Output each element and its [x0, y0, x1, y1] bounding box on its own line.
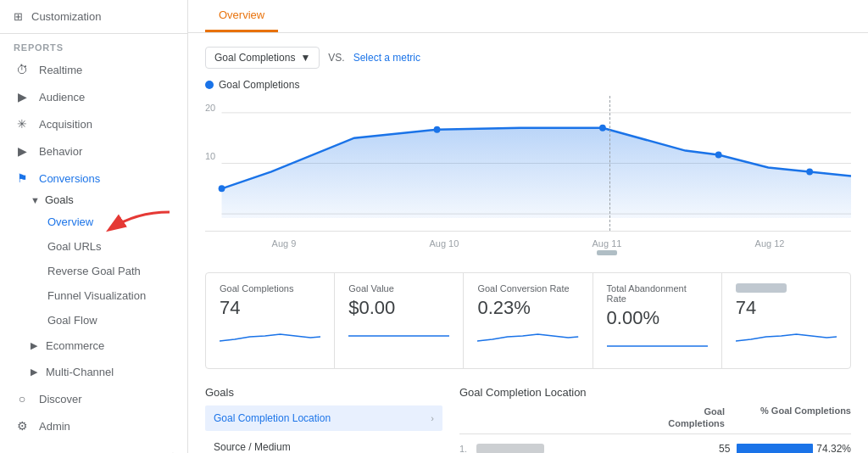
x-label-aug10: Aug 10: [429, 238, 459, 255]
stat-label: Goal Completions: [220, 283, 320, 294]
goals-section-title: Goals: [205, 386, 442, 399]
chevron-right-icon2: ▶: [31, 366, 37, 378]
chart-point: [434, 126, 441, 133]
table-row: 1. 55 74.32%: [459, 438, 851, 453]
chart-point: [715, 152, 722, 159]
acquisition-icon: ✳: [14, 117, 31, 131]
bottom-section: Goals Goal Completion Location › Source …: [205, 386, 851, 453]
customization-nav-item[interactable]: ⊞ Customization: [0, 0, 187, 34]
stat-label: [736, 283, 837, 294]
sidebar-item-goal-flow[interactable]: Goal Flow: [0, 308, 187, 333]
customization-label: Customization: [31, 10, 101, 23]
admin-icon: ⚙: [14, 419, 31, 433]
sidebar-item-overview[interactable]: Overview: [0, 210, 187, 234]
stat-label: Goal Conversion Rate: [477, 283, 578, 294]
sidebar-item-label: Realtime: [39, 64, 82, 76]
sidebar-item-label: Discover: [39, 393, 82, 405]
mini-chart: [348, 324, 449, 348]
sidebar-item-realtime[interactable]: ⏱ Realtime: [0, 56, 187, 83]
mini-chart: [736, 324, 837, 348]
sidebar-item-discover[interactable]: ○ Discover: [0, 385, 187, 412]
mini-chart: [220, 324, 320, 348]
sidebar-item-goals[interactable]: ▼ Goals: [0, 188, 187, 210]
sidebar-item-label: Admin: [39, 420, 70, 433]
date-selector-aug11: [597, 250, 617, 255]
sidebar-item-label: Acquisition: [39, 118, 92, 131]
vs-label: VS.: [328, 52, 344, 64]
metric-dropdown[interactable]: Goal Completions ▼: [205, 47, 320, 69]
stat-value: 74: [736, 297, 837, 319]
conversions-icon: ⚑: [14, 171, 31, 185]
col-location-header: [459, 405, 649, 430]
chevron-right-icon: ▶: [31, 340, 37, 351]
stat-goal-conversion-rate: Goal Conversion Rate 0.23%: [464, 273, 593, 368]
x-label-aug11: Aug 11: [593, 238, 622, 255]
table-header: Goal Completion Location: [459, 386, 851, 399]
sidebar-item-acquisition[interactable]: ✳ Acquisition: [0, 110, 187, 137]
stat-label: Goal Value: [348, 283, 449, 294]
sidebar-item-label: Conversions: [39, 172, 100, 185]
sidebar-item-multi-channel[interactable]: ▶ Multi-Channel: [0, 359, 187, 385]
tab-bar: Overview: [188, 0, 868, 33]
sidebar-item-behavior[interactable]: ▶ Behavior: [0, 137, 187, 165]
content-area: Goal Completions ▼ VS. Select a metric G…: [188, 33, 868, 453]
stat-value: 0.00%: [607, 307, 708, 329]
bar-chart-fill: [737, 444, 813, 453]
chart-point: [599, 125, 606, 131]
sidebar-item-audience[interactable]: ▶ Audience: [0, 83, 187, 110]
chart-point: [806, 168, 813, 175]
chart-legend: Goal Completions: [205, 79, 851, 91]
stat-blurred: 74: [722, 273, 850, 368]
row-location: [476, 444, 658, 453]
sidebar-item-label: Audience: [39, 91, 85, 103]
sidebar-item-goal-urls[interactable]: Goal URLs: [0, 234, 187, 259]
row-pct-cell: 74.32%: [730, 443, 851, 453]
sidebar-item-admin[interactable]: ⚙ Admin: [0, 412, 187, 439]
discover-icon: ○: [14, 392, 31, 405]
chart-controls: Goal Completions ▼ VS. Select a metric: [205, 47, 851, 69]
sidebar-item-label: Behavior: [39, 145, 82, 158]
goals-label: Goals: [45, 193, 74, 206]
table-columns: GoalCompletions % Goal Completions: [459, 405, 851, 434]
legend-dot-icon: [205, 81, 214, 89]
pct-text: 74.32%: [816, 443, 851, 453]
col-pct-header: % Goal Completions: [725, 405, 851, 430]
audience-icon: ▶: [14, 90, 31, 103]
stat-goal-completions: Goal Completions 74: [206, 273, 335, 368]
sidebar-item-conversions[interactable]: ⚑ Conversions: [0, 165, 187, 188]
goal-item-label: Source / Medium: [214, 441, 291, 453]
sidebar-collapse-button[interactable]: ‹: [0, 439, 187, 453]
stat-value: $0.00: [348, 297, 449, 319]
behavior-icon: ▶: [14, 144, 31, 158]
x-label-aug12: Aug 12: [755, 238, 785, 255]
sidebar-item-reverse-goal-path[interactable]: Reverse Goal Path: [0, 259, 187, 283]
col-completions-header: GoalCompletions: [649, 405, 725, 430]
sidebar-item-ecommerce[interactable]: ▶ Ecommerce: [0, 333, 187, 359]
main-content: Overview Goal Completions ▼ VS. Select a…: [188, 0, 868, 453]
select-metric-link[interactable]: Select a metric: [353, 52, 420, 64]
legend-label: Goal Completions: [219, 79, 299, 91]
table-panel: Goal Completion Location GoalCompletions…: [459, 386, 851, 453]
stat-label: Total Abandonment Rate: [607, 283, 708, 304]
sidebar-item-funnel-visualization[interactable]: Funnel Visualization: [0, 283, 187, 308]
blurred-url: [476, 444, 544, 453]
reports-section-label: REPORTS: [0, 34, 187, 56]
collapse-icon: ‹: [170, 448, 174, 453]
stat-value: 0.23%: [477, 297, 578, 319]
realtime-icon: ⏱: [14, 63, 31, 76]
blurred-label: [736, 283, 787, 293]
chart-svg: [205, 96, 851, 231]
mini-chart: [607, 334, 708, 358]
stat-total-abandonment-rate: Total Abandonment Rate 0.00%: [593, 273, 722, 368]
chart-area: 20 10: [205, 96, 851, 232]
goal-item-completion-location[interactable]: Goal Completion Location ›: [205, 405, 442, 431]
stats-row: Goal Completions 74 Goal Value $0.00: [205, 272, 851, 369]
sidebar: ⊞ Customization REPORTS ⏱ Realtime ▶ Aud…: [0, 0, 188, 453]
y-label-mid: 10: [205, 151, 215, 161]
goal-item-source-medium[interactable]: Source / Medium: [205, 434, 442, 453]
goal-item-label: Goal Completion Location: [214, 412, 331, 424]
tab-overview[interactable]: Overview: [205, 0, 278, 32]
stat-value: 74: [220, 297, 320, 319]
x-label-aug9: Aug 9: [272, 238, 297, 255]
table-title: Goal Completion Location: [459, 386, 587, 399]
